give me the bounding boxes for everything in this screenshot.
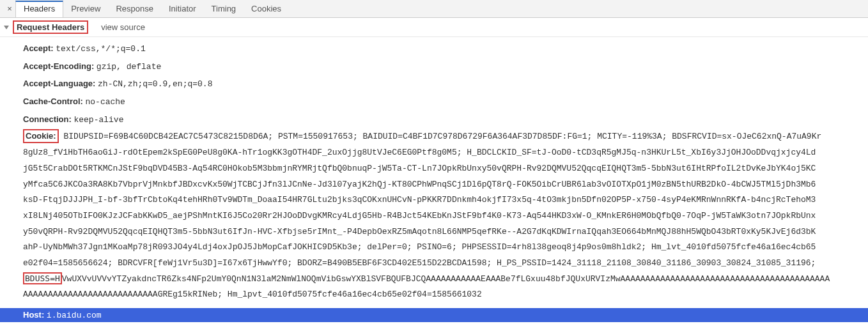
cookie-text: 8gUz8_fV1HbTH6aoGiJ-rdOtEpem2kSpEG0PeU8g… <box>23 145 856 161</box>
header-name: Connection: <box>23 114 72 124</box>
headers-list: Accept: text/css,*/*;q=0.1 Accept-Encodi… <box>0 37 868 308</box>
header-value: no-cache <box>86 97 125 107</box>
tab-initiator[interactable]: Initiator <box>161 1 204 17</box>
section-request-headers: Request Headers view source <box>0 18 868 37</box>
tab-cookies[interactable]: Cookies <box>244 1 289 17</box>
tab-response[interactable]: Response <box>108 1 161 17</box>
header-cookie: Cookie: BIDUPSID=F69B4C60DCB42EAC7C5473C… <box>23 129 856 303</box>
cookie-text: ksD-FtqjDJJJPH_I-bf-3bfTrCbtoKq4tehHRh0T… <box>23 192 856 208</box>
disclosure-triangle-icon[interactable] <box>4 26 9 29</box>
cookie-text: ahP-UyNbMWh37Jgn1MKoaMp78jR093JO4y4Ldj4o… <box>23 240 856 256</box>
header-value: zh-CN,zh;q=0.9,en;q=0.8 <box>98 79 212 89</box>
cookie-text: yMfca5C6JKCOa3RA8Kb7VbprVjMnkbfJBDxcvKx5… <box>23 177 856 193</box>
header-value: keep-alive <box>74 115 123 125</box>
header-accept-encoding: Accept-Encoding: gzip, deflate <box>23 59 856 75</box>
header-name: Accept-Language: <box>23 79 95 88</box>
cookie-text: e02f04=1585656624; BDRCVFR[feWj1Vr5u3D]=… <box>23 256 856 272</box>
header-value: gzip, deflate <box>97 62 161 72</box>
header-connection: Connection: keep-alive <box>23 112 856 128</box>
tab-preview[interactable]: Preview <box>63 1 108 17</box>
tab-timing[interactable]: Timing <box>204 1 244 17</box>
header-name: Accept-Encoding: <box>23 61 94 71</box>
tabs-bar: × Headers Preview Response Initiator Tim… <box>0 0 868 18</box>
cookie-text: jG5t5CrabDOt5RTKMCnJStF9bqDVD45B3-Aq54RC… <box>23 161 856 177</box>
section-title: Request Headers <box>13 20 88 34</box>
close-panel-button[interactable]: × <box>4 4 15 13</box>
header-host: Host: i.baidu.com <box>0 308 868 322</box>
cookie-text: AAAAAAAAAAAAAAAAAAAAAAAAAAAGREg15kRINeb;… <box>23 287 856 303</box>
cookie-text: xI8LNj405OTbIFO0KJzJCFabKKwD5_aejPShMntK… <box>23 208 856 224</box>
cookie-text: y50vQRPH-Rv92DQMVU52QqcqEIQHQT3m5-5bbN3u… <box>23 224 856 240</box>
header-name: Host: <box>23 310 44 320</box>
header-cache-control: Cache-Control: no-cache <box>23 94 856 111</box>
cookie-label: Cookie: <box>23 129 59 143</box>
header-name: Accept: <box>23 43 54 53</box>
view-source-link[interactable]: view source <box>101 22 145 32</box>
cookie-text: BIDUPSID=F69B4C60DCB42EAC7C5473C8215D8D6… <box>63 132 821 141</box>
header-name: Cache-Control: <box>23 97 83 106</box>
header-accept: Accept: text/css,*/*;q=0.1 <box>23 41 856 58</box>
header-accept-language: Accept-Language: zh-CN,zh;q=0.9,en;q=0.8 <box>23 76 856 93</box>
header-value: text/css,*/*;q=0.1 <box>56 44 145 54</box>
cookie-text: VwUXVvUVVvYTZyakdncTR6Zks4NFp2UmY0QnN1N3… <box>62 274 830 284</box>
tab-headers[interactable]: Headers <box>15 1 63 17</box>
cookie-bduss-highlight: BDUSS=H <box>23 272 62 285</box>
header-value: i.baidu.com <box>47 311 102 320</box>
